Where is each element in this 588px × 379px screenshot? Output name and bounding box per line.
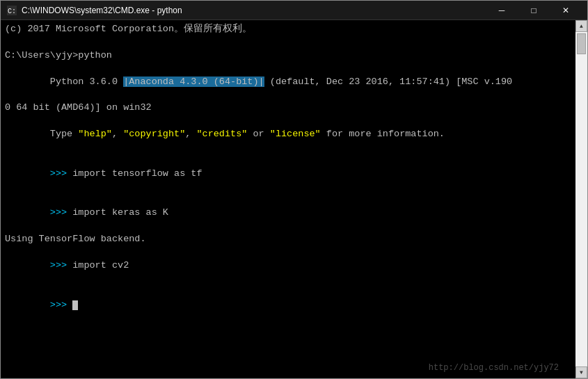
cmd-icon: C: xyxy=(6,5,17,16)
console-line: Python 3.6.0 |Anaconda 4.3.0 (64-bit)| (… xyxy=(5,63,571,102)
scrollbar-track[interactable] xyxy=(575,32,587,366)
scroll-up-button[interactable]: ▲ xyxy=(575,20,587,32)
cursor xyxy=(72,300,78,310)
window-title: C:\WINDOWS\system32\CMD.exe - python xyxy=(22,6,486,15)
console-line: Type "help", "copyright", "credits" or "… xyxy=(5,115,571,154)
console-body: (c) 2017 Microsoft Corporation。保留所有权利。 C… xyxy=(1,20,587,378)
minimize-button[interactable]: ─ xyxy=(486,1,518,20)
console-line: >>> import tensorflow as tf xyxy=(5,154,571,194)
maximize-button[interactable]: □ xyxy=(518,1,550,20)
console-content[interactable]: (c) 2017 Microsoft Corporation。保留所有权利。 C… xyxy=(1,20,575,378)
close-button[interactable]: ✕ xyxy=(550,1,582,20)
console-line: Using TensorFlow backend. xyxy=(5,233,571,246)
scrollbar-thumb[interactable] xyxy=(577,33,586,54)
title-bar: C: C:\WINDOWS\system32\CMD.exe - python … xyxy=(1,1,587,20)
window-controls: ─ □ ✕ xyxy=(486,1,582,20)
console-line: 0 64 bit (AMD64)] on win32 xyxy=(5,102,571,115)
scroll-down-button[interactable]: ▼ xyxy=(575,366,587,378)
console-prompt: >>> xyxy=(5,286,571,325)
console-line: C:\Users\yjy>python xyxy=(5,49,571,63)
console-line: >>> import keras as K xyxy=(5,194,571,234)
watermark: http://blog.csdn.net/yjy72 xyxy=(429,363,559,373)
svg-text:C:: C: xyxy=(8,8,16,15)
scrollbar[interactable]: ▲ ▼ xyxy=(575,20,587,378)
cmd-window: C: C:\WINDOWS\system32\CMD.exe - python … xyxy=(0,0,588,379)
console-line: (c) 2017 Microsoft Corporation。保留所有权利。 xyxy=(5,23,571,36)
console-line: >>> import cv2 xyxy=(5,246,571,286)
console-line xyxy=(5,36,571,49)
